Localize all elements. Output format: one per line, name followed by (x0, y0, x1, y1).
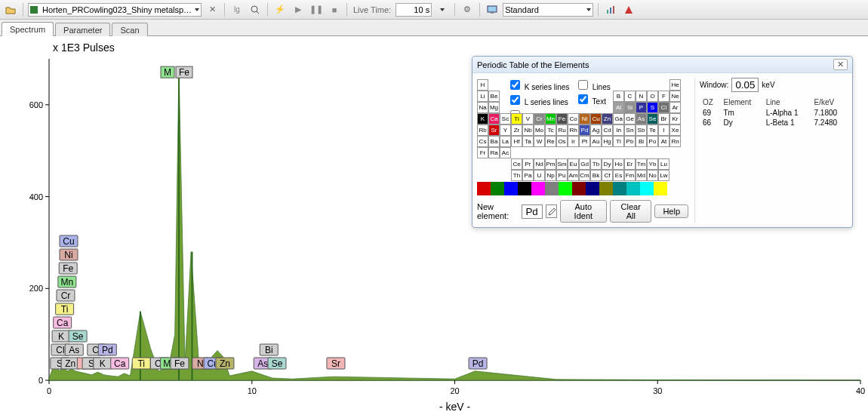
element-Ho[interactable]: Ho (613, 158, 624, 170)
element-Al[interactable]: Al (613, 102, 624, 113)
auto-ident-button[interactable]: Auto Ident (560, 200, 608, 223)
element-Se[interactable]: Se (647, 113, 658, 124)
element-Ac[interactable]: Ac (500, 147, 511, 158)
table-row[interactable]: 66DyL-Beta 17.2480 (700, 118, 848, 128)
element-Mn[interactable]: Mn (545, 113, 556, 124)
pause-icon[interactable]: ❚❚ (309, 2, 324, 17)
color-swatch[interactable] (545, 182, 559, 195)
element-Be[interactable]: Be (488, 91, 500, 102)
element-Pr[interactable]: Pr (522, 158, 534, 170)
element-In[interactable]: In (613, 124, 624, 136)
element-Pa[interactable]: Pa (522, 170, 534, 181)
color-swatch[interactable] (504, 182, 518, 195)
element-Kr[interactable]: Kr (669, 113, 681, 124)
element-Cd[interactable]: Cd (602, 124, 613, 136)
lightning-icon[interactable]: ⚡ (272, 2, 288, 17)
element-Cl[interactable]: Cl (658, 102, 669, 113)
element-Nd[interactable]: Nd (534, 158, 545, 170)
close-icon[interactable]: ✕ (833, 59, 848, 70)
element-Sc[interactable]: Sc (500, 113, 511, 124)
element-C[interactable]: C (624, 91, 636, 102)
triangle-icon[interactable] (621, 2, 636, 17)
clear-all-button[interactable]: Clear All (610, 200, 651, 223)
tab-spectrum[interactable]: Spectrum (2, 22, 54, 36)
element-Hg[interactable]: Hg (602, 136, 613, 147)
element-Sr[interactable]: Sr (488, 124, 500, 136)
bar-chart-icon[interactable] (603, 2, 618, 17)
element-Fe[interactable]: Fe (556, 113, 568, 124)
element-Fr[interactable]: Fr (477, 147, 488, 158)
element-Si[interactable]: Si (624, 102, 636, 113)
table-row[interactable]: 69TmL-Alpha 17.1800 (700, 108, 848, 118)
open-icon[interactable] (3, 2, 18, 17)
gear-icon[interactable]: ⚙ (460, 2, 475, 17)
color-swatch[interactable] (654, 182, 667, 195)
color-bar[interactable] (477, 182, 688, 195)
element-Th[interactable]: Th (511, 170, 522, 181)
element-Ce[interactable]: Ce (511, 158, 522, 170)
element-Sb[interactable]: Sb (636, 124, 647, 136)
element-Pm[interactable]: Pm (545, 158, 556, 170)
element-Ir[interactable]: Ir (568, 136, 579, 147)
element-Rn[interactable]: Rn (669, 136, 681, 147)
element-Es[interactable]: Es (613, 170, 624, 181)
close-file-icon[interactable]: ✕ (205, 2, 220, 17)
color-swatch[interactable] (626, 182, 640, 195)
element-Pb[interactable]: Pb (624, 136, 636, 147)
color-swatch[interactable] (640, 182, 654, 195)
color-swatch[interactable] (599, 182, 613, 195)
element-Nb[interactable]: Nb (522, 124, 534, 136)
element-Tb[interactable]: Tb (590, 158, 602, 170)
live-time-input[interactable] (396, 3, 432, 17)
element-Ra[interactable]: Ra (488, 147, 500, 158)
element-Tc[interactable]: Tc (545, 124, 556, 136)
zoom-icon[interactable] (248, 2, 263, 17)
element-He[interactable]: He (669, 79, 681, 91)
mode-dropdown[interactable]: Standard (503, 3, 593, 17)
element-As[interactable]: As (636, 113, 647, 124)
element-Re[interactable]: Re (545, 136, 556, 147)
element-P[interactable]: P (636, 102, 647, 113)
element-N[interactable]: N (636, 91, 647, 102)
color-swatch[interactable] (531, 182, 545, 195)
element-Sm[interactable]: Sm (556, 158, 568, 170)
element-O[interactable]: O (647, 91, 658, 102)
element-Br[interactable]: Br (658, 113, 669, 124)
new-element-input[interactable] (522, 204, 543, 219)
stop-icon[interactable]: ■ (327, 2, 342, 17)
tab-parameter[interactable]: Parameter (55, 23, 110, 36)
pipette-icon[interactable] (546, 204, 557, 218)
element-Au[interactable]: Au (590, 136, 602, 147)
element-La[interactable]: La (500, 136, 511, 147)
element-Tl[interactable]: Tl (613, 136, 624, 147)
color-swatch[interactable] (477, 182, 491, 195)
element-H[interactable]: H (477, 79, 488, 91)
element-Zr[interactable]: Zr (511, 124, 522, 136)
element-Bi[interactable]: Bi (636, 136, 647, 147)
element-Bk[interactable]: Bk (590, 170, 602, 181)
element-Sn[interactable]: Sn (624, 124, 636, 136)
element-Te[interactable]: Te (647, 124, 658, 136)
element-Co[interactable]: Co (568, 113, 579, 124)
element-Ca[interactable]: Ca (488, 113, 500, 124)
color-swatch[interactable] (613, 182, 626, 195)
element-Mo[interactable]: Mo (534, 124, 545, 136)
color-swatch[interactable] (491, 182, 504, 195)
element-Zn[interactable]: Zn (602, 113, 613, 124)
element-Eu[interactable]: Eu (568, 158, 579, 170)
element-Dy[interactable]: Dy (602, 158, 613, 170)
element-Ta[interactable]: Ta (522, 136, 534, 147)
element-No[interactable]: No (647, 170, 658, 181)
element-V[interactable]: V (522, 113, 534, 124)
element-Na[interactable]: Na (477, 102, 488, 113)
display-icon[interactable] (485, 2, 500, 17)
element-At[interactable]: At (658, 136, 669, 147)
element-Cm[interactable]: Cm (579, 170, 590, 181)
element-Yb[interactable]: Yb (647, 158, 658, 170)
element-Pt[interactable]: Pt (579, 136, 590, 147)
element-Cs[interactable]: Cs (477, 136, 488, 147)
element-Ru[interactable]: Ru (556, 124, 568, 136)
element-Po[interactable]: Po (647, 136, 658, 147)
element-Ti[interactable]: Ti (511, 113, 522, 124)
color-swatch[interactable] (559, 182, 572, 195)
